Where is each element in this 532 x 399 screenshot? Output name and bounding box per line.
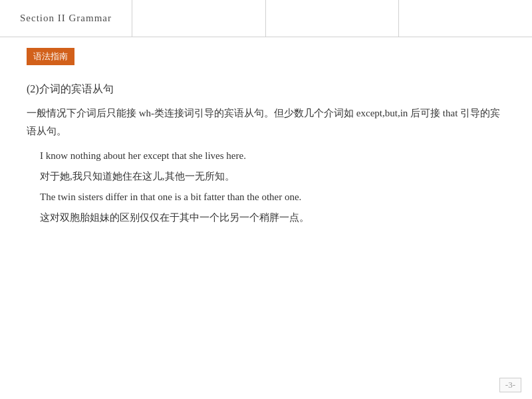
header-col-4 (399, 0, 532, 37)
page-number: -3- (499, 378, 521, 392)
section-title: (2)介词的宾语从句 (27, 82, 505, 96)
example-1-zh: 对于她,我只知道她住在这儿,其他一无所知。 (27, 168, 505, 186)
section-label-text: Section II Grammar (20, 13, 112, 24)
example-1-en-text: I know nothing about her except that she… (40, 150, 246, 161)
grammar-tag: 语法指南 (27, 48, 74, 65)
main-content: (2)介词的宾语从句 一般情况下介词后只能接 wh-类连接词引导的宾语从句。但少… (0, 76, 532, 243)
example-2-en-text: The twin sisters differ in that one is a… (40, 192, 301, 202)
header-col-2 (132, 0, 266, 37)
example-1-en: I know nothing about her except that she… (27, 147, 505, 165)
page-header: Section II Grammar (0, 0, 532, 37)
paragraph-1: 一般情况下介词后只能接 wh-类连接词引导的宾语从句。但少数几个介词如 exce… (27, 104, 505, 140)
section-label: Section II Grammar (0, 0, 132, 37)
grammar-tag-container: 语法指南 (0, 37, 532, 76)
example-2-zh: 这对双胞胎姐妹的区别仅仅在于其中一个比另一个稍胖一点。 (27, 209, 505, 227)
example-1-zh-text: 对于她,我只知道她住在这儿,其他一无所知。 (40, 171, 235, 182)
header-col-3 (266, 0, 400, 37)
example-2-zh-text: 这对双胞胎姐妹的区别仅仅在于其中一个比另一个稍胖一点。 (40, 212, 309, 223)
example-2-en: The twin sisters differ in that one is a… (27, 188, 505, 206)
